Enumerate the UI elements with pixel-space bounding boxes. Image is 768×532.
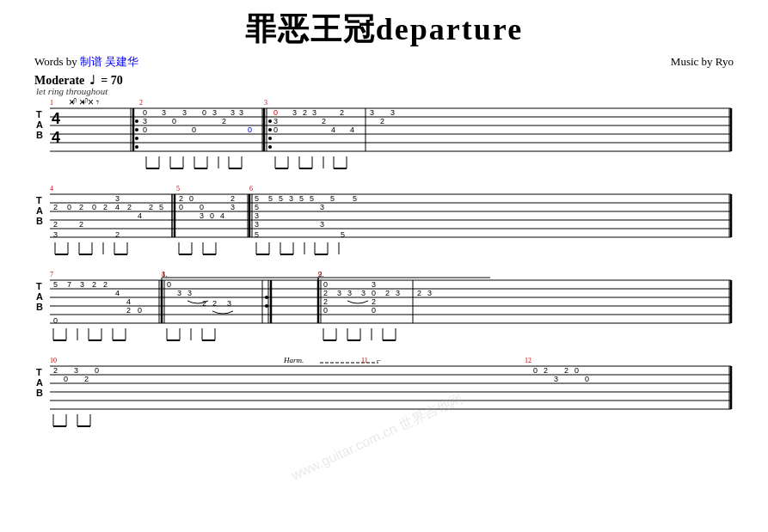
- svg-text:0: 0: [323, 280, 328, 289]
- svg-point-23: [135, 145, 138, 149]
- svg-text:2: 2: [417, 289, 421, 297]
- svg-text:3: 3: [427, 289, 432, 297]
- svg-text:3: 3: [53, 230, 58, 239]
- svg-text:T: T: [36, 195, 42, 205]
- svg-text:0: 0: [143, 125, 147, 134]
- svg-text:0: 0: [192, 125, 196, 134]
- music-by: Music by Ryo: [671, 55, 734, 69]
- svg-text:B: B: [36, 302, 43, 312]
- svg-text:3: 3: [212, 108, 217, 117]
- svg-text:3: 3: [361, 289, 366, 297]
- svg-text:2: 2: [230, 194, 235, 203]
- svg-point-206: [265, 296, 268, 299]
- svg-point-45: [268, 145, 272, 149]
- svg-text:4: 4: [50, 185, 53, 193]
- svg-text:5: 5: [176, 185, 180, 193]
- svg-text:0: 0: [138, 306, 142, 315]
- svg-text:3: 3: [115, 194, 120, 203]
- svg-text:2: 2: [84, 375, 89, 383]
- svg-text:3: 3: [337, 289, 341, 297]
- svg-text:3: 3: [370, 108, 374, 117]
- svg-text:3: 3: [255, 211, 259, 220]
- svg-point-42: [268, 119, 272, 123]
- svg-text:0: 0: [585, 375, 589, 383]
- svg-text:10: 10: [50, 357, 57, 364]
- svg-text:3: 3: [396, 289, 400, 297]
- svg-text:0: 0: [200, 203, 204, 211]
- svg-text:0: 0: [323, 306, 328, 315]
- svg-text:3: 3: [390, 108, 395, 117]
- svg-text:0: 0: [172, 117, 176, 125]
- words-author-link[interactable]: 制谱 吴建华: [80, 55, 138, 68]
- svg-text:0: 0: [92, 203, 96, 211]
- svg-text:5: 5: [353, 194, 357, 203]
- svg-point-20: [135, 119, 138, 123]
- svg-text:0: 0: [95, 366, 99, 375]
- svg-text:5: 5: [341, 230, 345, 239]
- svg-text:3: 3: [80, 280, 84, 289]
- svg-text:2: 2: [139, 99, 143, 107]
- svg-text:B: B: [36, 388, 43, 398]
- svg-text:0: 0: [143, 108, 147, 117]
- svg-text:2: 2: [79, 203, 83, 211]
- svg-text:Harm.: Harm.: [283, 356, 304, 364]
- svg-text:T: T: [36, 281, 42, 291]
- svg-text:2: 2: [303, 108, 307, 117]
- svg-text:4: 4: [52, 110, 60, 127]
- tempo-section: Moderate ♩ = 70 let ring throughout: [34, 73, 734, 96]
- svg-text:2: 2: [103, 203, 108, 211]
- svg-text:0: 0: [64, 375, 68, 383]
- svg-text:8: 8: [162, 271, 165, 278]
- svg-text:5: 5: [268, 194, 273, 203]
- credits-row: Words by 制谱 吴建华 Music by Ryo: [34, 54, 734, 70]
- page: 罪恶王冠departure Words by 制谱 吴建华 Music by R…: [0, 0, 768, 532]
- svg-text:2: 2: [53, 220, 58, 229]
- svg-text:4: 4: [115, 289, 120, 297]
- svg-text:3: 3: [320, 220, 324, 229]
- svg-text:12: 12: [525, 357, 531, 364]
- svg-text:4: 4: [350, 125, 354, 134]
- svg-text:5: 5: [255, 203, 259, 211]
- let-ring-text: let ring throughout: [36, 86, 734, 96]
- svg-text:0: 0: [67, 203, 71, 211]
- svg-text:3: 3: [187, 289, 192, 297]
- svg-text:2: 2: [79, 220, 83, 229]
- svg-text:2: 2: [149, 203, 153, 211]
- title-section: 罪恶王冠departure: [34, 9, 734, 51]
- svg-text:3: 3: [74, 366, 78, 375]
- svg-point-207: [265, 304, 268, 308]
- svg-text:3: 3: [177, 289, 181, 297]
- svg-text:0: 0: [167, 280, 171, 289]
- svg-text:2: 2: [115, 230, 120, 239]
- svg-text:2: 2: [564, 366, 568, 375]
- score-area: T A B 4 4 𝆺𝅥𝅮 𝆺𝅥𝅮 × × × 𝄾 1: [34, 98, 734, 493]
- svg-text:3: 3: [230, 108, 235, 117]
- svg-text:0: 0: [273, 125, 278, 134]
- svg-text:0: 0: [248, 125, 252, 134]
- svg-text:2: 2: [323, 297, 328, 306]
- svg-text:3: 3: [264, 99, 267, 107]
- score-svg: T A B 4 4 𝆺𝅥𝅮 𝆺𝅥𝅮 × × × 𝄾 1: [34, 98, 734, 493]
- svg-text:2: 2: [385, 289, 390, 297]
- svg-text:1: 1: [50, 99, 53, 107]
- svg-text:3: 3: [230, 203, 235, 211]
- svg-text:11: 11: [361, 357, 368, 364]
- svg-text:B: B: [36, 216, 43, 226]
- svg-text:⌐: ⌐: [377, 356, 381, 364]
- svg-text:4: 4: [52, 129, 60, 146]
- svg-text:5: 5: [279, 194, 283, 203]
- svg-text:2: 2: [202, 299, 206, 308]
- svg-text:5: 5: [159, 203, 163, 211]
- svg-text:3: 3: [289, 194, 293, 203]
- svg-text:2: 2: [127, 203, 132, 211]
- svg-text:2: 2: [53, 366, 58, 375]
- svg-point-43: [268, 128, 272, 131]
- svg-text:3: 3: [312, 108, 316, 117]
- svg-text:3: 3: [227, 299, 231, 308]
- svg-text:9: 9: [318, 271, 322, 278]
- svg-text:4: 4: [220, 211, 224, 220]
- svg-text:0: 0: [189, 194, 194, 203]
- svg-text:3: 3: [554, 375, 558, 383]
- svg-text:2: 2: [126, 306, 131, 315]
- svg-text:0: 0: [53, 316, 58, 325]
